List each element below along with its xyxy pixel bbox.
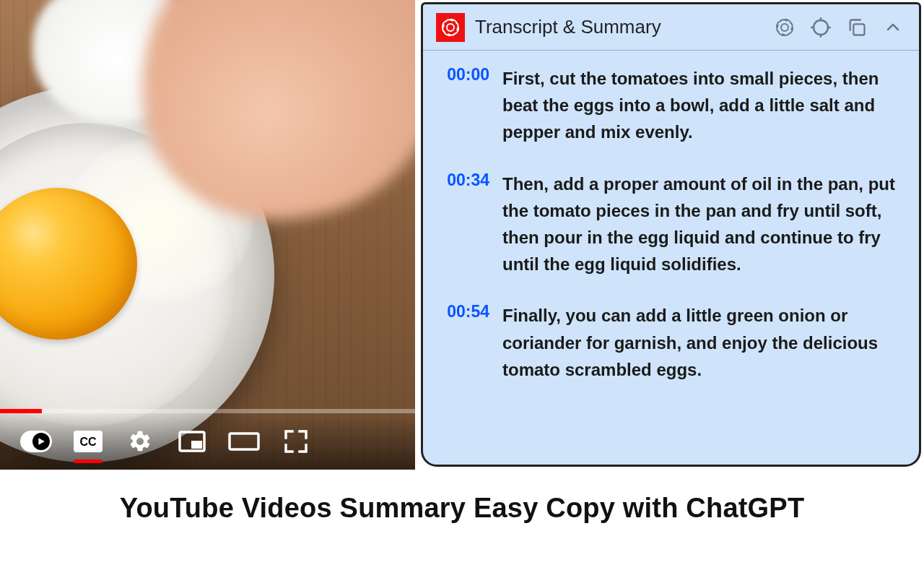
timestamp[interactable]: 00:54 [436, 302, 489, 383]
settings-button[interactable] [124, 426, 156, 457]
collapse-icon[interactable] [880, 14, 906, 40]
svg-rect-3 [191, 441, 202, 449]
chatgpt-icon[interactable] [772, 14, 798, 40]
miniplayer-button[interactable] [176, 426, 208, 457]
svg-rect-12 [853, 24, 864, 35]
theater-mode-button[interactable] [228, 426, 260, 457]
panel-header: Transcript & Summary [423, 4, 919, 51]
svg-point-7 [814, 20, 828, 35]
app-logo-icon [436, 13, 465, 42]
autoplay-toggle[interactable] [20, 426, 52, 457]
transcript-text: Then, add a proper amount of oil in the … [502, 171, 900, 278]
panel-title: Transcript & Summary [475, 16, 661, 38]
transcript-list: 00:00 First, cut the tomatoes into small… [423, 51, 919, 465]
svg-text:CC: CC [79, 436, 97, 448]
svg-point-6 [781, 24, 788, 31]
target-icon[interactable] [808, 14, 834, 40]
transcript-text: First, cut the tomatoes into small piece… [502, 65, 900, 146]
page-caption: YouTube Videos Summary Easy Copy with Ch… [0, 493, 924, 524]
transcript-text: Finally, you can add a little green onio… [502, 302, 900, 383]
fullscreen-button[interactable] [280, 426, 312, 457]
video-player[interactable]: CC [0, 0, 415, 470]
svg-point-5 [447, 24, 454, 31]
transcript-panel: Transcript & Summary 00:00 First, cut th… [421, 2, 921, 467]
timestamp[interactable]: 00:34 [436, 171, 489, 278]
timestamp[interactable]: 00:00 [436, 65, 489, 146]
transcript-row: 00:00 First, cut the tomatoes into small… [436, 65, 900, 146]
svg-rect-4 [230, 434, 258, 449]
player-controls: CC [0, 413, 415, 470]
captions-button[interactable]: CC [72, 426, 104, 457]
transcript-row: 00:34 Then, add a proper amount of oil i… [436, 171, 900, 278]
transcript-row: 00:54 Finally, you can add a little gree… [436, 302, 900, 383]
copy-icon[interactable] [844, 14, 870, 40]
